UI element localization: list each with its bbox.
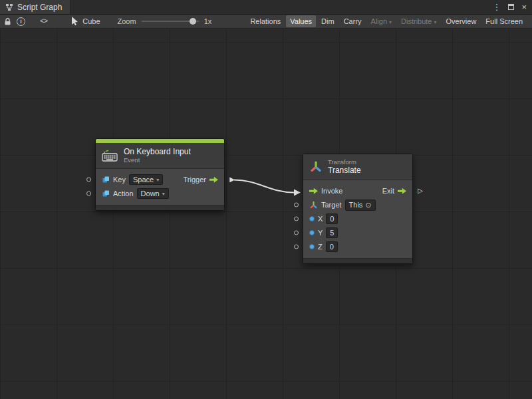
key-input-port[interactable] [86,178,91,182]
window-controls: ⋮ × [492,0,532,14]
param-row-y: Y 5 [303,226,412,240]
connection-arrowhead-icon [294,190,301,196]
action-dropdown[interactable]: Down ▾ [137,188,169,199]
align-label: Align [371,17,387,25]
key-row: Key Space ▾ Trigger ▶ [96,173,224,187]
node-transform-translate[interactable]: Transform Translate Invoke Exit ▷ T [303,154,413,264]
overview-button[interactable]: Overview [442,15,481,27]
z-label: Z [318,243,323,251]
x-input-port[interactable] [294,217,299,221]
translate-node-body: Invoke Exit ▷ Target This ⊙ [303,180,412,258]
value-port-icon [309,244,315,249]
target-row: Target This ⊙ [303,198,412,212]
transform-icon [309,201,318,209]
chevron-down-icon: ▾ [162,191,165,197]
close-icon[interactable]: × [521,3,527,11]
info-icon[interactable]: i [17,17,25,26]
trigger-label: Trigger [184,176,206,184]
y-value-field[interactable]: 5 [326,227,338,238]
zoom-slider-knob[interactable] [190,18,196,25]
key-label: Key [113,176,126,184]
code-icon[interactable]: <> [40,17,47,25]
enum-icon [102,190,110,198]
kebab-menu-icon[interactable]: ⋮ [492,3,501,11]
invoke-row: Invoke Exit ▷ [303,184,412,198]
dim-button[interactable]: Dim [317,15,338,27]
enum-icon [102,176,110,184]
target-input-port[interactable] [294,203,299,207]
object-picker-icon[interactable]: ⊙ [365,201,371,209]
node-subtitle: Event [124,156,191,164]
action-row: Action Down ▾ [96,187,224,201]
zoom-value: 1x [204,17,212,25]
carry-button[interactable]: Carry [340,15,366,27]
node-footer [96,205,224,210]
chevron-down-icon: ▾ [434,19,437,25]
keyboard-node-body: Key Space ▾ Trigger ▶ Action Down [96,169,224,205]
graph-icon [5,3,13,11]
connection-layer [0,29,532,399]
target-object-field[interactable]: This ⊙ [345,200,376,211]
node-title: Translate [328,166,361,175]
selection-context[interactable]: Cube [71,17,100,26]
keyboard-node-header: On Keyboard Input Event [96,143,224,169]
context-label: Cube [82,17,100,25]
align-button: Align▾ [367,15,396,27]
key-value: Space [133,176,154,184]
connection-wire[interactable] [234,180,294,193]
action-label: Action [113,190,134,198]
node-footer [303,258,412,263]
param-row-x: X 0 [303,212,412,226]
action-value: Down [141,190,160,198]
exit-output-port[interactable]: ▷ [418,188,423,194]
relations-button[interactable]: Relations [246,15,285,27]
full-screen-button[interactable]: Full Screen [481,15,527,27]
key-dropdown[interactable]: Space ▾ [129,174,163,185]
zoom-label: Zoom [118,17,136,25]
exit-flow-port[interactable] [398,188,406,194]
graph-toolbar: i <> Cube Zoom 1x Relations Values Dim C… [0,15,532,29]
y-input-port[interactable] [294,231,299,235]
padlock-glyph [4,17,11,26]
info-glyph: i [20,18,22,25]
tab-title: Script Graph [17,3,62,12]
trigger-flow-port[interactable] [209,177,218,183]
values-button[interactable]: Values [286,15,316,27]
param-row-z: Z 0 [303,240,412,254]
action-input-port[interactable] [86,192,91,196]
y-label: Y [318,229,323,237]
keyboard-icon [102,150,118,162]
trigger-output-port[interactable]: ▶ [229,176,235,183]
node-on-keyboard-input[interactable]: On Keyboard Input Event Key Space ▾ Trig… [95,138,225,211]
exit-label: Exit [382,187,394,195]
target-value: This [349,201,363,209]
graph-canvas[interactable]: On Keyboard Input Event Key Space ▾ Trig… [0,29,532,399]
value-port-icon [309,230,315,235]
x-label: X [318,215,323,223]
title-bar: Script Graph ⋮ × [0,0,532,15]
translate-node-header: Transform Translate [303,154,412,180]
target-label: Target [321,201,342,209]
tab-script-graph[interactable]: Script Graph [0,0,70,14]
chevron-down-icon: ▾ [389,19,392,25]
invoke-flow-port[interactable] [309,188,318,194]
z-value-field[interactable]: 0 [326,241,338,252]
toolbar-buttons: Relations Values Dim Carry Align▾ Distri… [246,15,528,27]
node-category: Transform [328,158,361,166]
node-title: On Keyboard Input [124,147,191,156]
distribute-label: Distribute [401,17,432,25]
x-value-field[interactable]: 0 [326,213,338,224]
maximize-icon[interactable] [508,4,514,10]
cursor-icon [71,17,78,26]
transform-icon [309,160,323,174]
chevron-down-icon: ▾ [156,177,159,183]
value-port-icon [309,216,315,221]
zoom-slider[interactable] [142,17,199,26]
lock-icon[interactable] [4,17,11,26]
distribute-button: Distribute▾ [397,15,440,27]
invoke-label: Invoke [321,187,342,195]
z-input-port[interactable] [294,245,299,249]
